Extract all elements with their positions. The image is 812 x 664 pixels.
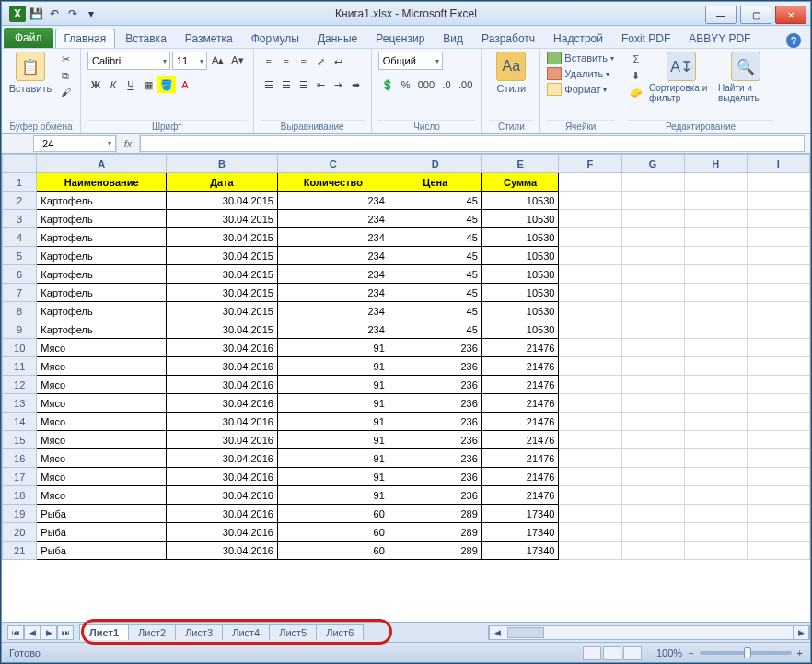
column-header[interactable]: E bbox=[481, 155, 559, 173]
data-cell[interactable]: 234 bbox=[277, 302, 389, 320]
undo-icon[interactable]: ↶ bbox=[46, 6, 63, 22]
row-header[interactable]: 17 bbox=[3, 468, 37, 486]
data-cell[interactable]: 21476 bbox=[481, 339, 559, 357]
tab-view[interactable]: Вид bbox=[435, 29, 471, 48]
empty-cell[interactable] bbox=[621, 394, 684, 413]
data-cell[interactable]: 91 bbox=[277, 376, 389, 394]
empty-cell[interactable] bbox=[621, 284, 684, 302]
data-cell[interactable]: 45 bbox=[389, 302, 481, 320]
empty-cell[interactable] bbox=[559, 339, 621, 357]
format-cells-button[interactable]: Формат▾ bbox=[547, 83, 607, 96]
data-cell[interactable]: 30.04.2015 bbox=[167, 247, 278, 265]
data-cell[interactable]: 30.04.2015 bbox=[167, 284, 278, 302]
clear-icon[interactable]: 🧽 bbox=[628, 85, 644, 99]
data-cell[interactable]: 91 bbox=[277, 449, 389, 468]
data-cell[interactable]: Мясо bbox=[37, 413, 167, 431]
empty-cell[interactable] bbox=[684, 192, 747, 210]
data-cell[interactable]: Картофель bbox=[37, 265, 167, 284]
decrease-font-icon[interactable]: A▾ bbox=[228, 52, 246, 68]
tab-developer[interactable]: Разработч bbox=[473, 29, 543, 48]
empty-cell[interactable] bbox=[684, 486, 747, 505]
italic-button[interactable]: К bbox=[105, 76, 122, 93]
empty-cell[interactable] bbox=[621, 173, 684, 192]
data-cell[interactable]: Картофель bbox=[37, 228, 167, 247]
empty-cell[interactable] bbox=[621, 228, 684, 247]
align-center-icon[interactable]: ☰ bbox=[278, 76, 295, 93]
empty-cell[interactable] bbox=[621, 210, 684, 228]
border-button[interactable]: ▦ bbox=[140, 76, 157, 93]
data-cell[interactable]: 21476 bbox=[481, 357, 559, 376]
data-cell[interactable]: 21476 bbox=[481, 376, 559, 394]
empty-cell[interactable] bbox=[684, 523, 747, 542]
zoom-in-button[interactable]: + bbox=[797, 647, 803, 658]
empty-cell[interactable] bbox=[621, 449, 684, 468]
align-middle-icon[interactable]: ≡ bbox=[278, 53, 295, 70]
format-painter-icon[interactable]: 🖌 bbox=[57, 85, 74, 99]
empty-cell[interactable] bbox=[621, 247, 684, 265]
tab-foxitpdf[interactable]: Foxit PDF bbox=[613, 29, 679, 48]
empty-cell[interactable] bbox=[747, 173, 809, 192]
data-cell[interactable]: Картофель bbox=[37, 302, 167, 320]
empty-cell[interactable] bbox=[684, 210, 747, 228]
table-header-cell[interactable]: Цена bbox=[389, 173, 481, 192]
worksheet-grid[interactable]: ABCDEFGHI1НаименованиеДатаКоличествоЦена… bbox=[2, 154, 810, 622]
view-normal-icon[interactable] bbox=[583, 646, 601, 660]
table-header-cell[interactable]: Сумма bbox=[481, 173, 559, 192]
data-cell[interactable]: 236 bbox=[389, 357, 481, 376]
tab-layout[interactable]: Разметка bbox=[177, 29, 241, 48]
empty-cell[interactable] bbox=[747, 339, 809, 357]
empty-cell[interactable] bbox=[559, 192, 621, 210]
data-cell[interactable]: 10530 bbox=[481, 247, 559, 265]
insert-cells-button[interactable]: Вставить▾ bbox=[547, 52, 614, 64]
sheet-nav-first[interactable]: ⏮ bbox=[7, 625, 24, 640]
row-header[interactable]: 18 bbox=[3, 486, 37, 505]
empty-cell[interactable] bbox=[684, 302, 747, 320]
data-cell[interactable]: 234 bbox=[277, 192, 389, 210]
data-cell[interactable]: 234 bbox=[277, 210, 389, 228]
data-cell[interactable]: 234 bbox=[277, 265, 389, 284]
zoom-slider[interactable] bbox=[700, 651, 792, 655]
data-cell[interactable]: 30.04.2015 bbox=[167, 228, 278, 247]
row-header[interactable]: 12 bbox=[3, 376, 37, 394]
data-cell[interactable]: 30.04.2015 bbox=[167, 302, 278, 320]
styles-button[interactable]: Aa Стили bbox=[489, 52, 533, 94]
delete-cells-button[interactable]: Удалить▾ bbox=[547, 67, 609, 80]
empty-cell[interactable] bbox=[747, 486, 809, 505]
zoom-value[interactable]: 100% bbox=[656, 647, 682, 658]
empty-cell[interactable] bbox=[684, 413, 747, 431]
empty-cell[interactable] bbox=[747, 505, 809, 523]
data-cell[interactable]: 30.04.2015 bbox=[167, 192, 278, 210]
data-cell[interactable]: 289 bbox=[389, 523, 481, 542]
autosum-icon[interactable]: Σ bbox=[628, 52, 644, 66]
increase-font-icon[interactable]: A▴ bbox=[209, 52, 226, 68]
data-cell[interactable]: Картофель bbox=[37, 247, 167, 265]
name-box[interactable]: I24 bbox=[33, 135, 116, 152]
tab-review[interactable]: Рецензир bbox=[367, 29, 433, 48]
select-all-corner[interactable] bbox=[3, 155, 37, 173]
row-header[interactable]: 4 bbox=[3, 228, 37, 247]
empty-cell[interactable] bbox=[559, 357, 621, 376]
empty-cell[interactable] bbox=[684, 247, 747, 265]
data-cell[interactable]: Картофель bbox=[37, 210, 167, 228]
empty-cell[interactable] bbox=[621, 523, 684, 542]
data-cell[interactable]: 10530 bbox=[481, 210, 559, 228]
close-button[interactable]: ✕ bbox=[775, 6, 806, 24]
empty-cell[interactable] bbox=[684, 449, 747, 468]
row-header[interactable]: 16 bbox=[3, 449, 37, 468]
row-header[interactable]: 7 bbox=[3, 284, 37, 302]
column-header[interactable]: D bbox=[389, 155, 481, 173]
sheet-nav-last[interactable]: ⏭ bbox=[57, 625, 74, 640]
font-name-combo[interactable]: Calibri bbox=[87, 52, 170, 70]
data-cell[interactable]: 17340 bbox=[481, 505, 559, 523]
tab-addins[interactable]: Надстрой bbox=[545, 29, 611, 48]
data-cell[interactable]: 30.04.2016 bbox=[167, 339, 278, 357]
sort-filter-button[interactable]: A↧ Сортировка и фильтр bbox=[649, 52, 713, 103]
data-cell[interactable]: Мясо bbox=[37, 468, 167, 486]
data-cell[interactable]: 45 bbox=[389, 247, 481, 265]
sheet-tab[interactable]: Лист3 bbox=[175, 624, 223, 640]
tab-data[interactable]: Данные bbox=[309, 29, 365, 48]
data-cell[interactable]: 30.04.2015 bbox=[167, 320, 278, 339]
data-cell[interactable]: 30.04.2016 bbox=[167, 449, 278, 468]
row-header[interactable]: 5 bbox=[3, 247, 37, 265]
data-cell[interactable]: 10530 bbox=[481, 228, 559, 247]
